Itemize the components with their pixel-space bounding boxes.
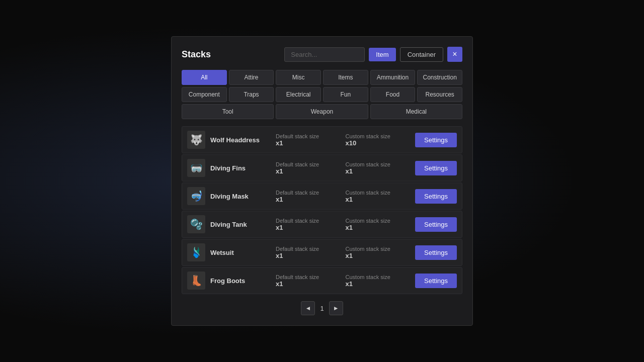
item-name: Wetsuit xyxy=(210,249,271,256)
default-stack-info: Default stack sizex1 xyxy=(276,218,341,231)
item-name: Diving Fins xyxy=(210,164,271,172)
header-controls: Item Container × xyxy=(284,47,462,62)
default-stack-label: Default stack size xyxy=(276,190,341,196)
custom-stack-info: Custom stack sizex1 xyxy=(346,274,411,288)
item-icon: 🐺 xyxy=(187,131,205,149)
category-btn-component[interactable]: Component xyxy=(182,87,227,102)
item-type-button[interactable]: Item xyxy=(369,48,395,61)
item-icon: 🥽 xyxy=(187,159,205,177)
item-icon: 👢 xyxy=(187,272,205,290)
default-stack-label: Default stack size xyxy=(276,246,341,252)
table-row: 🥽Diving FinsDefault stack sizex1Custom s… xyxy=(182,154,462,182)
default-stack-label: Default stack size xyxy=(276,274,341,280)
stacks-modal: Stacks Item Container × AllAttireMiscIte… xyxy=(171,36,473,326)
default-stack-value: x1 xyxy=(276,139,341,147)
pagination: ◄ 1 ► xyxy=(182,301,462,315)
item-icon: 🤿 xyxy=(187,187,205,205)
table-row: 👢Frog BootsDefault stack sizex1Custom st… xyxy=(182,267,462,294)
default-stack-info: Default stack sizex1 xyxy=(276,161,341,175)
custom-stack-info: Custom stack sizex1 xyxy=(346,190,411,203)
category-btn-electrical[interactable]: Electrical xyxy=(276,87,321,102)
category-btn-tool[interactable]: Tool xyxy=(182,104,274,119)
default-stack-value: x1 xyxy=(276,196,341,203)
item-name: Diving Mask xyxy=(210,193,271,200)
item-icon: 🫧 xyxy=(187,215,205,233)
custom-stack-label: Custom stack size xyxy=(346,218,411,224)
table-row: 🩱WetsuitDefault stack sizex1Custom stack… xyxy=(182,239,462,266)
custom-stack-info: Custom stack sizex1 xyxy=(346,161,411,175)
custom-stack-info: Custom stack sizex1 xyxy=(346,218,411,231)
default-stack-label: Default stack size xyxy=(276,161,341,167)
items-list: 🐺Wolf HeaddressDefault stack sizex1Custo… xyxy=(182,126,462,294)
settings-button[interactable]: Settings xyxy=(415,161,457,175)
custom-stack-label: Custom stack size xyxy=(346,190,411,196)
custom-stack-value: x1 xyxy=(346,280,411,288)
pagination-next[interactable]: ► xyxy=(329,301,343,315)
custom-stack-label: Custom stack size xyxy=(346,133,411,139)
category-btn-traps[interactable]: Traps xyxy=(229,87,274,102)
default-stack-value: x1 xyxy=(276,167,341,175)
category-btn-items[interactable]: Items xyxy=(323,70,368,85)
settings-button[interactable]: Settings xyxy=(415,245,457,260)
pagination-prev[interactable]: ◄ xyxy=(301,301,315,315)
default-stack-info: Default stack sizex1 xyxy=(276,133,341,147)
category-filters: AllAttireMiscItemsAmmunitionConstruction… xyxy=(182,70,462,119)
custom-stack-value: x1 xyxy=(346,252,411,259)
category-btn-weapon[interactable]: Weapon xyxy=(276,104,368,119)
default-stack-info: Default stack sizex1 xyxy=(276,190,341,203)
item-name: Diving Tank xyxy=(210,221,271,228)
custom-stack-info: Custom stack sizex1 xyxy=(346,246,411,259)
close-button[interactable]: × xyxy=(447,47,462,62)
table-row: 🫧Diving TankDefault stack sizex1Custom s… xyxy=(182,211,462,238)
search-input[interactable] xyxy=(284,47,365,62)
category-btn-construction[interactable]: Construction xyxy=(417,70,462,85)
category-row-2: ComponentTrapsElectricalFunFoodResources xyxy=(182,87,462,102)
custom-stack-value: x1 xyxy=(346,224,411,231)
settings-button[interactable]: Settings xyxy=(415,274,457,288)
default-stack-label: Default stack size xyxy=(276,133,341,139)
custom-stack-value: x1 xyxy=(346,196,411,203)
item-icon: 🩱 xyxy=(187,243,205,261)
modal-title: Stacks xyxy=(182,49,211,60)
settings-button[interactable]: Settings xyxy=(415,133,457,147)
category-btn-ammunition[interactable]: Ammunition xyxy=(370,70,416,85)
category-btn-resources[interactable]: Resources xyxy=(417,87,462,102)
default-stack-value: x1 xyxy=(276,252,341,259)
custom-stack-value: x10 xyxy=(346,139,411,147)
category-btn-fun[interactable]: Fun xyxy=(323,87,368,102)
category-row-3: ToolWeaponMedical xyxy=(182,104,462,119)
item-name: Wolf Headdress xyxy=(210,136,271,144)
settings-button[interactable]: Settings xyxy=(415,189,457,204)
default-stack-value: x1 xyxy=(276,224,341,231)
category-btn-attire[interactable]: Attire xyxy=(229,70,274,85)
category-btn-food[interactable]: Food xyxy=(370,87,416,102)
custom-stack-label: Custom stack size xyxy=(346,161,411,167)
category-row-1: AllAttireMiscItemsAmmunitionConstruction xyxy=(182,70,462,85)
default-stack-info: Default stack sizex1 xyxy=(276,274,341,288)
custom-stack-label: Custom stack size xyxy=(346,274,411,280)
table-row: 🤿Diving MaskDefault stack sizex1Custom s… xyxy=(182,183,462,210)
settings-button[interactable]: Settings xyxy=(415,217,457,232)
custom-stack-label: Custom stack size xyxy=(346,246,411,252)
category-btn-medical[interactable]: Medical xyxy=(370,104,462,119)
modal-header: Stacks Item Container × xyxy=(182,47,462,62)
default-stack-info: Default stack sizex1 xyxy=(276,246,341,259)
category-btn-misc[interactable]: Misc xyxy=(276,70,321,85)
item-name: Frog Boots xyxy=(210,277,271,285)
container-type-button[interactable]: Container xyxy=(400,47,443,62)
table-row: 🐺Wolf HeaddressDefault stack sizex1Custo… xyxy=(182,126,462,153)
pagination-current: 1 xyxy=(320,305,324,312)
default-stack-label: Default stack size xyxy=(276,218,341,224)
custom-stack-value: x1 xyxy=(346,167,411,175)
default-stack-value: x1 xyxy=(276,280,341,288)
category-btn-all[interactable]: All xyxy=(182,70,227,85)
custom-stack-info: Custom stack sizex10 xyxy=(346,133,411,147)
